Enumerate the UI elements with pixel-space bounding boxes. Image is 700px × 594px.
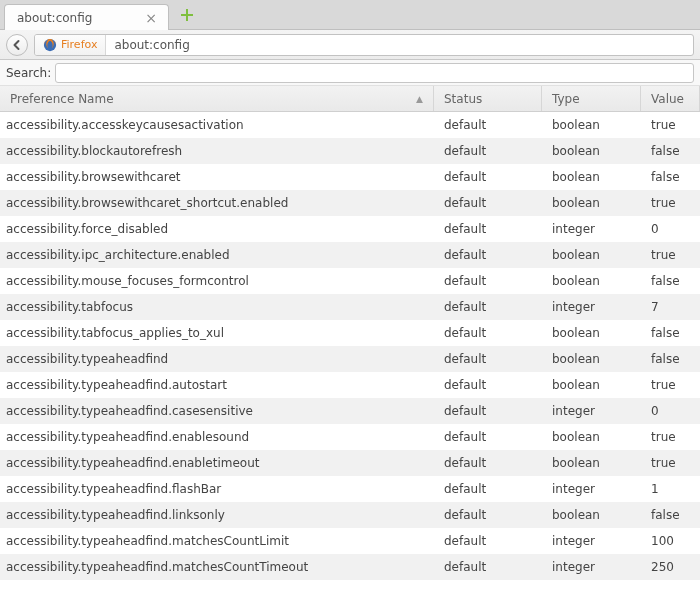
- preference-row[interactable]: accessibility.typeaheadfind.enablesoundd…: [0, 424, 700, 450]
- preference-row[interactable]: accessibility.blockautorefreshdefaultboo…: [0, 138, 700, 164]
- tab-title: about:config: [17, 11, 144, 25]
- column-header-type[interactable]: Type: [542, 86, 641, 111]
- pref-type: boolean: [542, 196, 641, 210]
- pref-type: integer: [542, 560, 641, 574]
- tab-strip: about:config ×: [0, 0, 700, 30]
- preference-row[interactable]: accessibility.ipc_architecture.enabledde…: [0, 242, 700, 268]
- pref-status: default: [434, 352, 542, 366]
- pref-value: 1: [641, 482, 700, 496]
- pref-name: accessibility.typeaheadfind.linksonly: [0, 508, 434, 522]
- pref-status: default: [434, 508, 542, 522]
- site-identity[interactable]: Firefox: [35, 35, 106, 55]
- pref-type: boolean: [542, 118, 641, 132]
- pref-type: integer: [542, 534, 641, 548]
- preference-row[interactable]: accessibility.browsewithcaret_shortcut.e…: [0, 190, 700, 216]
- preference-row[interactable]: accessibility.tabfocusdefaultinteger7: [0, 294, 700, 320]
- pref-value: 0: [641, 404, 700, 418]
- pref-status: default: [434, 196, 542, 210]
- pref-status: default: [434, 300, 542, 314]
- pref-name: accessibility.browsewithcaret_shortcut.e…: [0, 196, 434, 210]
- sort-ascending-icon: ▲: [416, 94, 423, 104]
- pref-value: true: [641, 456, 700, 470]
- preference-row[interactable]: accessibility.force_disableddefaultinteg…: [0, 216, 700, 242]
- preference-row[interactable]: accessibility.typeaheadfind.flashBardefa…: [0, 476, 700, 502]
- preference-row[interactable]: accessibility.typeaheadfind.autostartdef…: [0, 372, 700, 398]
- pref-name: accessibility.typeaheadfind.matchesCount…: [0, 560, 434, 574]
- pref-type: boolean: [542, 170, 641, 184]
- pref-type: integer: [542, 300, 641, 314]
- pref-status: default: [434, 326, 542, 340]
- search-bar: Search:: [0, 60, 700, 86]
- pref-type: boolean: [542, 352, 641, 366]
- pref-name: accessibility.tabfocus_applies_to_xul: [0, 326, 434, 340]
- pref-status: default: [434, 482, 542, 496]
- pref-type: boolean: [542, 430, 641, 444]
- column-header-type-label: Type: [552, 92, 580, 106]
- pref-value: false: [641, 508, 700, 522]
- pref-type: integer: [542, 222, 641, 236]
- preference-row[interactable]: accessibility.accesskeycausesactivationd…: [0, 112, 700, 138]
- pref-name: accessibility.typeaheadfind.casesensitiv…: [0, 404, 434, 418]
- pref-status: default: [434, 534, 542, 548]
- preference-row[interactable]: accessibility.typeaheadfind.enabletimeou…: [0, 450, 700, 476]
- pref-status: default: [434, 560, 542, 574]
- pref-value: true: [641, 118, 700, 132]
- pref-status: default: [434, 430, 542, 444]
- identity-label: Firefox: [61, 38, 97, 51]
- pref-name: accessibility.typeaheadfind: [0, 352, 434, 366]
- back-button[interactable]: [6, 34, 28, 56]
- pref-status: default: [434, 118, 542, 132]
- preference-row[interactable]: accessibility.tabfocus_applies_to_xuldef…: [0, 320, 700, 346]
- preference-row[interactable]: accessibility.typeaheadfind.casesensitiv…: [0, 398, 700, 424]
- firefox-icon: [43, 38, 57, 52]
- pref-name: accessibility.typeaheadfind.enabletimeou…: [0, 456, 434, 470]
- url-text: about:config: [106, 38, 197, 52]
- pref-type: boolean: [542, 248, 641, 262]
- pref-name: accessibility.typeaheadfind.matchesCount…: [0, 534, 434, 548]
- pref-name: accessibility.ipc_architecture.enabled: [0, 248, 434, 262]
- preference-row[interactable]: accessibility.mouse_focuses_formcontrold…: [0, 268, 700, 294]
- pref-value: 250: [641, 560, 700, 574]
- search-label: Search:: [4, 66, 51, 80]
- pref-value: true: [641, 248, 700, 262]
- preference-row[interactable]: accessibility.typeaheadfind.matchesCount…: [0, 528, 700, 554]
- preference-row[interactable]: accessibility.typeaheadfind.matchesCount…: [0, 554, 700, 580]
- pref-status: default: [434, 222, 542, 236]
- preference-row[interactable]: accessibility.typeaheadfind.linksonlydef…: [0, 502, 700, 528]
- plus-icon: [179, 7, 195, 23]
- navigation-toolbar: Firefox about:config: [0, 30, 700, 60]
- pref-status: default: [434, 144, 542, 158]
- pref-value: 7: [641, 300, 700, 314]
- preference-row[interactable]: accessibility.browsewithcaretdefaultbool…: [0, 164, 700, 190]
- column-header-status[interactable]: Status: [434, 86, 542, 111]
- pref-name: accessibility.browsewithcaret: [0, 170, 434, 184]
- pref-name: accessibility.typeaheadfind.enablesound: [0, 430, 434, 444]
- pref-value: true: [641, 378, 700, 392]
- pref-type: boolean: [542, 508, 641, 522]
- preferences-table: accessibility.accesskeycausesactivationd…: [0, 112, 700, 580]
- column-header-status-label: Status: [444, 92, 482, 106]
- pref-status: default: [434, 248, 542, 262]
- preference-row[interactable]: accessibility.typeaheadfinddefaultboolea…: [0, 346, 700, 372]
- column-header-value[interactable]: Value: [641, 86, 700, 111]
- pref-value: true: [641, 196, 700, 210]
- search-input[interactable]: [55, 63, 694, 83]
- pref-value: 0: [641, 222, 700, 236]
- pref-value: true: [641, 430, 700, 444]
- column-header-row: Preference Name ▲ Status Type Value: [0, 86, 700, 112]
- column-header-value-label: Value: [651, 92, 684, 106]
- pref-status: default: [434, 404, 542, 418]
- pref-name: accessibility.typeaheadfind.autostart: [0, 378, 434, 392]
- pref-value: false: [641, 326, 700, 340]
- pref-type: boolean: [542, 456, 641, 470]
- pref-name: accessibility.typeaheadfind.flashBar: [0, 482, 434, 496]
- browser-tab[interactable]: about:config ×: [4, 4, 169, 30]
- url-bar[interactable]: Firefox about:config: [34, 34, 694, 56]
- new-tab-button[interactable]: [175, 3, 199, 27]
- close-tab-icon[interactable]: ×: [144, 11, 158, 25]
- pref-value: 100: [641, 534, 700, 548]
- pref-type: integer: [542, 404, 641, 418]
- column-header-name[interactable]: Preference Name ▲: [0, 86, 434, 111]
- pref-status: default: [434, 170, 542, 184]
- svg-rect-1: [181, 14, 193, 16]
